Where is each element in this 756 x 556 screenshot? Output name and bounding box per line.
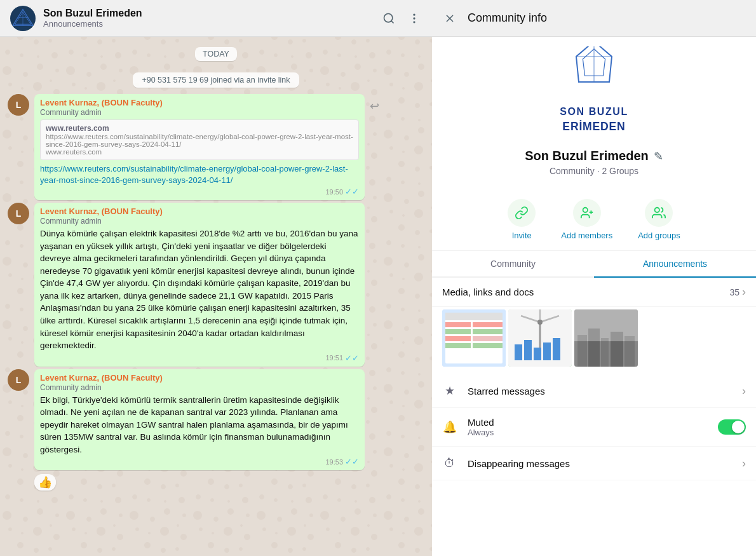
tab-announcements[interactable]: Announcements (594, 251, 756, 278)
svg-rect-42 (515, 344, 522, 360)
sender-role: Community admin (40, 217, 359, 226)
disappearing-title: Disappearing messages (468, 458, 742, 469)
sender-name: Levent Kurnaz, (BOUN Faculty) (40, 207, 359, 216)
link-domain: www.reuters.com (46, 124, 353, 133)
message-row: L Levent Kurnaz, (BOUN Faculty) Communit… (8, 369, 403, 491)
add-groups-label: Add groups (638, 231, 680, 240)
svg-point-5 (384, 13, 393, 22)
message-bubble: Levent Kurnaz, (BOUN Faculty) Community … (34, 203, 365, 367)
svg-rect-51 (601, 338, 609, 367)
svg-rect-43 (524, 340, 532, 360)
starred-messages-item[interactable]: ★ Starred messages › (432, 374, 756, 408)
message-time: 19:53 ✓✓ (40, 457, 359, 466)
close-button[interactable] (442, 11, 457, 26)
svg-point-9 (413, 21, 415, 23)
chevron-right-icon: › (742, 384, 746, 398)
read-check-icon: ✓✓ (345, 187, 359, 196)
muted-content: Muted Always (468, 417, 718, 437)
system-badge: +90 531 575 19 69 joined via an invite l… (133, 72, 299, 88)
svg-rect-29 (473, 322, 503, 327)
community-meta: Community · 2 Groups (550, 166, 638, 176)
media-thumbnail[interactable] (508, 309, 572, 367)
svg-line-6 (391, 20, 394, 23)
chevron-right-icon: › (742, 285, 746, 299)
toggle-knob (732, 421, 745, 433)
read-check-icon: ✓✓ (345, 457, 359, 466)
date-badge: TODAY (195, 47, 237, 61)
panel-title: Community info (468, 11, 746, 25)
media-thumbnail[interactable] (442, 309, 506, 367)
link-preview: www.reuters.com https://www.reuters.com/… (40, 119, 359, 160)
message-text: Dünya kömürle çalışan elektrik kapasites… (40, 227, 359, 352)
sender-role: Community admin (40, 108, 359, 117)
muted-title: Muted (468, 417, 718, 428)
date-divider: TODAY (8, 47, 424, 61)
edit-icon[interactable]: ✎ (654, 149, 663, 163)
disappearing-messages-item[interactable]: ⏱ Disappearing messages › (432, 447, 756, 480)
community-name: Son Buzul Erimeden (525, 149, 648, 163)
media-thumbnail[interactable] (574, 309, 638, 367)
system-message: +90 531 575 19 69 joined via an invite l… (8, 72, 424, 88)
message-time: 19:50 ✓✓ (40, 187, 359, 196)
message-time: 19:51 ✓✓ (40, 353, 359, 363)
action-buttons: Invite Add members Add groups (432, 189, 756, 251)
tab-community[interactable]: Community (432, 251, 594, 276)
chat-header: Son Buzul Erimeden Announcements (0, 0, 432, 37)
sender-name: Levent Kurnaz, (BOUN Faculty) (40, 373, 359, 383)
svg-rect-54 (574, 309, 638, 341)
muted-subtitle: Always (468, 428, 718, 437)
svg-rect-33 (473, 336, 503, 341)
media-count-row: 35 › (729, 285, 746, 299)
chat-panel: Son Buzul Erimeden Announcements TODAY +… (0, 0, 432, 556)
media-label: Media, links and docs (442, 287, 534, 297)
disappearing-right: › (742, 457, 746, 470)
message-row: L Levent Kurnaz, (BOUN Faculty) Communit… (8, 94, 403, 200)
emoji-reaction[interactable]: 👍 (34, 474, 365, 491)
header-info: Son Buzul Erimeden Announcements (43, 8, 142, 29)
info-tabs: Community Announcements (432, 251, 756, 278)
muted-right (718, 419, 746, 435)
invite-button[interactable]: Invite (508, 199, 536, 240)
message-link[interactable]: https://www.reuters.com/sustainability/c… (40, 164, 348, 185)
svg-rect-30 (445, 329, 471, 334)
info-panel: Community info (432, 0, 756, 556)
mute-toggle[interactable] (718, 419, 746, 435)
logo-section: SON BUZUL ERİMEDEN Son Buzul Erimeden ✎ … (432, 37, 756, 189)
svg-point-21 (583, 208, 587, 212)
disappearing-content: Disappearing messages (468, 458, 742, 469)
link-url: https://www.reuters.com/sustainability/c… (46, 133, 353, 148)
svg-rect-34 (445, 343, 471, 348)
chat-title: Son Buzul Erimeden (43, 8, 142, 19)
chat-messages: TODAY +90 531 575 19 69 joined via an in… (0, 37, 432, 556)
community-logo: SON BUZUL ERİMEDEN (543, 56, 645, 139)
add-groups-icon (645, 199, 673, 227)
sender-role: Community admin (40, 383, 359, 392)
svg-rect-35 (473, 343, 503, 348)
media-thumbnails (432, 307, 756, 374)
community-name-row: Son Buzul Erimeden ✎ (525, 149, 663, 163)
svg-rect-45 (543, 342, 551, 360)
add-members-button[interactable]: Add members (561, 199, 612, 240)
svg-text:SON BUZUL: SON BUZUL (560, 106, 628, 117)
starred-messages-right: › (742, 384, 746, 398)
chevron-right-icon: › (742, 457, 746, 470)
muted-item[interactable]: 🔔 Muted Always (432, 408, 756, 447)
group-avatar[interactable] (10, 6, 36, 31)
svg-rect-28 (445, 322, 471, 327)
reply-icon[interactable]: ↩ (370, 99, 379, 113)
sender-avatar: L (8, 203, 29, 224)
add-groups-button[interactable]: Add groups (638, 199, 680, 240)
info-header: Community info (432, 0, 756, 37)
svg-rect-27 (445, 313, 503, 320)
search-icon[interactable] (381, 11, 396, 26)
read-check-icon: ✓✓ (345, 353, 359, 363)
media-section[interactable]: Media, links and docs 35 › (432, 278, 756, 307)
svg-point-8 (413, 17, 415, 19)
invite-icon (508, 199, 536, 227)
svg-rect-31 (473, 329, 503, 334)
svg-rect-32 (445, 336, 471, 341)
sender-name: Levent Kurnaz, (BOUN Faculty) (40, 98, 359, 107)
sender-avatar: L (8, 369, 29, 391)
menu-icon[interactable] (407, 11, 422, 26)
message-bubble: Levent Kurnaz, (BOUN Faculty) Community … (34, 369, 365, 471)
